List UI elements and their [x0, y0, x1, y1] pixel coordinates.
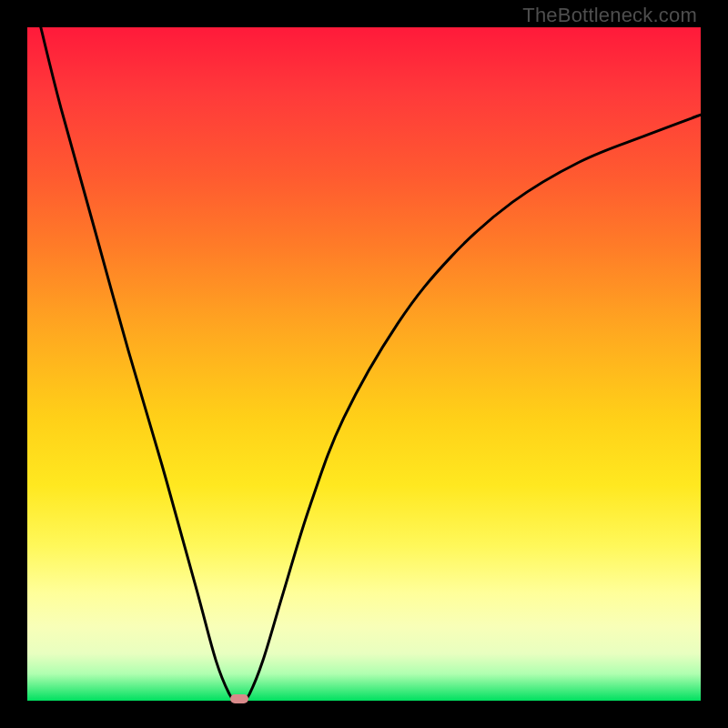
- bottleneck-curve: [41, 27, 701, 701]
- plot-area: [27, 27, 701, 701]
- watermark-text: TheBottleneck.com: [522, 4, 697, 27]
- curve-svg: [27, 27, 701, 701]
- optimum-marker: [230, 694, 248, 703]
- chart-frame: TheBottleneck.com: [0, 0, 728, 728]
